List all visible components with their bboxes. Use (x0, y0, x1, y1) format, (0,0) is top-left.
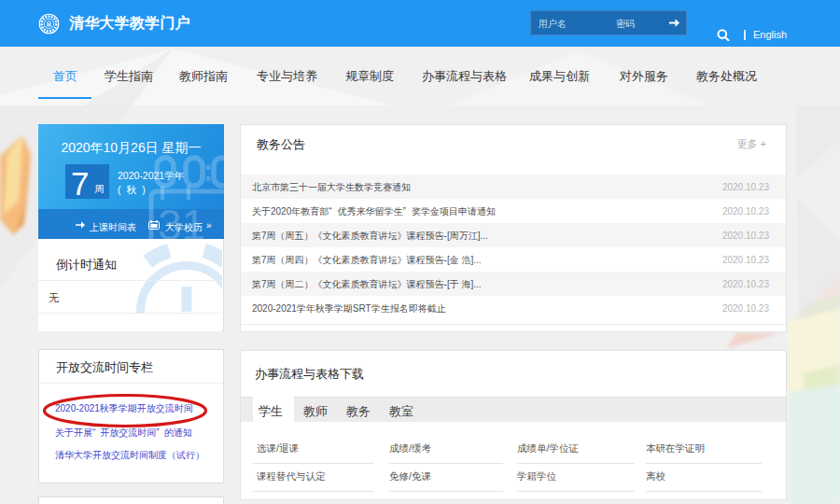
svg-text:31: 31 (158, 201, 205, 239)
